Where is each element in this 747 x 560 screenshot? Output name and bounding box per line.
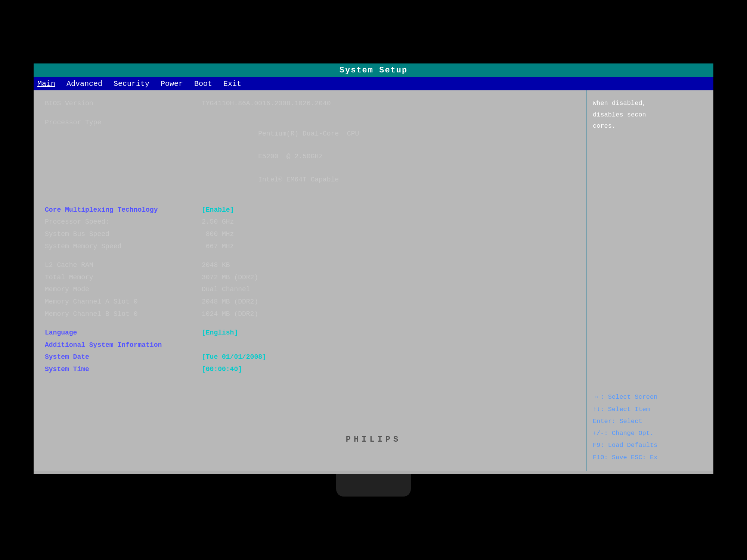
bus-speed-label: System Bus Speed <box>45 228 202 240</box>
title-text: System Setup <box>340 66 407 75</box>
brand-bar: PHILIPS <box>34 435 713 444</box>
add-sys-info-label[interactable]: Additional System Information <box>45 339 202 351</box>
monitor-base <box>336 474 411 497</box>
processor-type-row: Processor Type Pentium(R) Dual-Core CPU … <box>45 117 575 197</box>
title-bar: System Setup <box>34 63 713 77</box>
mem-ch-b-label: Memory Channel B Slot 0 <box>45 308 202 320</box>
help-text: When disabled, disables secon cores. <box>593 98 708 132</box>
menu-security[interactable]: Security <box>114 80 149 88</box>
sys-date-row: System Date [Tue 01/01/2008] <box>45 351 575 363</box>
menu-advanced[interactable]: Advanced <box>66 80 102 88</box>
cmt-value[interactable]: [Enable] <box>202 204 234 216</box>
memory-mode-row: Memory Mode Dual Channel <box>45 284 575 295</box>
mem-ch-b-row: Memory Channel B Slot 0 1024 MB (DDR2) <box>45 308 575 320</box>
hint-select-screen: →←: Select Screen <box>593 391 708 403</box>
spacer-2 <box>45 197 575 204</box>
add-sys-info-row: Additional System Information <box>45 339 575 351</box>
bus-speed-row: System Bus Speed 800 MHz <box>45 228 575 240</box>
spacer-4 <box>45 320 575 327</box>
sys-time-row: System Time [00:00:40] <box>45 364 575 375</box>
content-area: BIOS Version TYG4110H.86A.0016.2008.1026… <box>34 90 713 471</box>
menu-main[interactable]: Main <box>37 80 55 88</box>
sys-date-value[interactable]: [Tue 01/01/2008] <box>202 351 266 363</box>
l2-cache-label: L2 Cache RAM <box>45 259 202 271</box>
mem-speed-label: System Memory Speed <box>45 241 202 252</box>
main-panel: BIOS Version TYG4110H.86A.0016.2008.1026… <box>34 90 586 471</box>
info-table: BIOS Version TYG4110H.86A.0016.2008.1026… <box>45 98 575 375</box>
cmt-row: Core Multiplexing Technology [Enable] <box>45 204 575 216</box>
brand-text: PHILIPS <box>346 435 401 444</box>
mem-ch-a-row: Memory Channel A Slot 0 2048 MB (DDR2) <box>45 296 575 308</box>
memory-mode-value: Dual Channel <box>202 284 250 295</box>
mem-speed-value: 667 MHz <box>202 241 234 252</box>
l2-cache-row: L2 Cache RAM 2048 KB <box>45 259 575 271</box>
hint-select-item: ↑↓: Select Item <box>593 404 708 416</box>
bios-version-row: BIOS Version TYG4110H.86A.0016.2008.1026… <box>45 98 575 109</box>
sys-date-label: System Date <box>45 351 202 363</box>
bios-screen: System Setup Main Advanced Security Powe… <box>34 63 713 474</box>
sys-time-label: System Time <box>45 364 202 375</box>
hint-save-exit: F10: Save ESC: Ex <box>593 452 708 464</box>
spacer-3 <box>45 253 575 259</box>
menu-bar[interactable]: Main Advanced Security Power Boot Exit <box>34 77 713 90</box>
language-row: Language [English] <box>45 327 575 339</box>
cmt-label: Core Multiplexing Technology <box>45 204 202 216</box>
processor-speed-label: Processor Speed: <box>45 216 202 228</box>
language-label: Language <box>45 327 202 339</box>
processor-speed-value: 2.50 GHz <box>202 216 234 228</box>
l2-cache-value: 2048 KB <box>202 259 230 271</box>
menu-boot[interactable]: Boot <box>194 80 212 88</box>
total-memory-value: 3072 MB (DDR2) <box>202 272 258 283</box>
mem-ch-a-label: Memory Channel A Slot 0 <box>45 296 202 308</box>
language-value[interactable]: [English] <box>202 327 238 339</box>
spacer-1 <box>45 110 575 117</box>
bus-speed-value: 800 MHz <box>202 228 234 240</box>
mem-ch-a-value: 2048 MB (DDR2) <box>202 296 258 308</box>
bios-version-label: BIOS Version <box>45 98 202 109</box>
memory-mode-label: Memory Mode <box>45 284 202 295</box>
total-memory-label: Total Memory <box>45 272 202 283</box>
processor-type-value: Pentium(R) Dual-Core CPU E5200 @ 2.50GHz… <box>202 117 359 197</box>
right-panel: When disabled, disables secon cores. →←:… <box>586 90 713 471</box>
sys-time-value[interactable]: [00:00:40] <box>202 364 242 375</box>
key-hints: →←: Select Screen ↑↓: Select Item Enter:… <box>593 391 708 464</box>
processor-speed-row: Processor Speed: 2.50 GHz <box>45 216 575 228</box>
mem-speed-row: System Memory Speed 667 MHz <box>45 241 575 252</box>
hint-enter-select: Enter: Select <box>593 416 708 427</box>
menu-power[interactable]: Power <box>161 80 183 88</box>
monitor-frame: System Setup Main Advanced Security Powe… <box>0 0 747 560</box>
processor-type-label: Processor Type <box>45 117 202 197</box>
menu-exit[interactable]: Exit <box>223 80 241 88</box>
bios-version-value: TYG4110H.86A.0016.2008.1026.2040 <box>202 98 331 109</box>
total-memory-row: Total Memory 3072 MB (DDR2) <box>45 272 575 283</box>
mem-ch-b-value: 1024 MB (DDR2) <box>202 308 258 320</box>
